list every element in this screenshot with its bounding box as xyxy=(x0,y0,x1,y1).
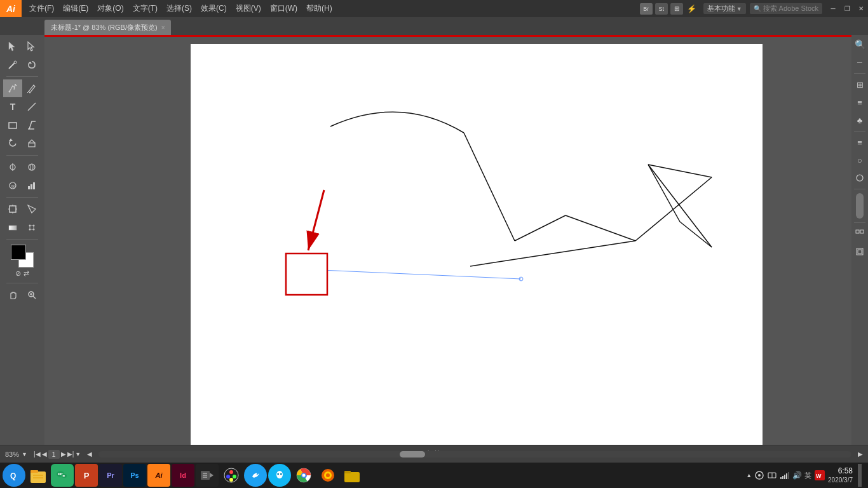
lasso-tool[interactable] xyxy=(22,56,41,74)
taskbar-icon-indesign[interactable]: Id xyxy=(172,464,194,487)
taskbar-icon-colorful[interactable] xyxy=(220,464,243,487)
menu-select[interactable]: 选择(S) xyxy=(163,2,196,15)
menu-file[interactable]: 文件(F) xyxy=(25,2,58,15)
gradient-tool[interactable] xyxy=(3,219,22,236)
symbol-tool[interactable]: % xyxy=(3,177,22,194)
wps-icon[interactable]: W xyxy=(814,470,825,481)
svg-line-40 xyxy=(307,269,521,279)
eraser-tool[interactable] xyxy=(22,135,41,152)
tray-arrow[interactable]: ▲ xyxy=(746,472,752,478)
menu-edit[interactable]: 编辑(E) xyxy=(59,2,92,15)
svg-point-82 xyxy=(280,473,281,474)
taskbar-icon-photoshop[interactable]: Ps xyxy=(123,464,146,487)
menu-text[interactable]: 文字(T) xyxy=(129,2,161,15)
taskbar-icon-video[interactable] xyxy=(196,464,219,487)
last-page-button[interactable]: ▶| xyxy=(67,451,74,458)
menu-view[interactable]: 视图(V) xyxy=(232,2,265,15)
taskbar-icon-firefox[interactable] xyxy=(316,464,339,487)
taskbar-icon-bluebird[interactable] xyxy=(244,464,267,487)
svg-line-2 xyxy=(9,63,15,69)
taskbar-icon-wechat[interactable] xyxy=(51,464,74,487)
bridge-icon[interactable]: Br xyxy=(640,3,653,15)
panel-tool-clubs[interactable]: ♣ xyxy=(853,113,867,127)
zoom-out-panel[interactable]: ─ xyxy=(853,55,867,69)
pencil-tool[interactable] xyxy=(22,79,41,97)
magic-wand-tool[interactable] xyxy=(3,56,22,74)
taskbar-icon-explorer[interactable] xyxy=(27,464,50,487)
svg-rect-90 xyxy=(344,472,360,482)
canvas-area[interactable] xyxy=(44,35,851,445)
tab-close-button[interactable]: × xyxy=(161,24,165,31)
line-tool[interactable] xyxy=(22,98,41,116)
panel-slider[interactable] xyxy=(856,193,864,219)
direct-selection-tool[interactable] xyxy=(22,37,41,55)
svg-point-73 xyxy=(233,475,236,478)
page-dropdown-icon[interactable]: ▼ xyxy=(75,451,81,458)
no-color-icon[interactable]: ⊘ xyxy=(15,269,21,278)
color-swatches[interactable] xyxy=(11,245,34,268)
workspace-selector[interactable]: 基本功能 ▼ xyxy=(703,3,746,14)
svg-rect-97 xyxy=(782,476,783,479)
taskbar-icon-folder[interactable] xyxy=(341,464,363,487)
workspace-layout-icon[interactable]: ⊞ xyxy=(670,3,683,15)
menu-object[interactable]: 对象(O) xyxy=(93,2,127,15)
minimize-button[interactable]: ─ xyxy=(826,0,840,17)
svg-rect-56 xyxy=(33,477,43,478)
right-separator-4 xyxy=(854,222,865,223)
scrollbar-track[interactable] xyxy=(98,451,851,458)
panel-tool-4[interactable]: ○ xyxy=(853,153,867,167)
panel-tool-3[interactable]: ≡ xyxy=(853,135,867,149)
volume-icon[interactable]: 🔊 xyxy=(792,471,802,480)
slice-tool[interactable] xyxy=(22,200,41,218)
svg-point-5 xyxy=(9,91,11,93)
next-page-button[interactable]: ▶ xyxy=(61,451,66,458)
hand-tool[interactable] xyxy=(3,286,22,304)
show-desktop-button[interactable] xyxy=(858,464,862,487)
svg-point-6 xyxy=(15,84,16,85)
zoom-in-panel[interactable]: 🔍 xyxy=(853,37,867,51)
panel-tool-7[interactable] xyxy=(853,245,867,259)
scroll-left-button[interactable]: ◀ xyxy=(87,451,92,458)
prev-page-button[interactable]: ◀ xyxy=(42,451,47,458)
pen-tool[interactable] xyxy=(3,79,22,97)
taskbar-icon-qihoo[interactable]: Q xyxy=(3,464,25,487)
zoom-dropdown-icon[interactable]: ▼ xyxy=(22,451,27,458)
close-button[interactable]: ✕ xyxy=(854,0,868,17)
shear-tool[interactable] xyxy=(22,116,41,134)
selection-tool[interactable] xyxy=(3,37,22,55)
scroll-area: ◀ ▶ xyxy=(87,451,863,458)
search-box[interactable]: 🔍 搜索 Adobe Stock xyxy=(750,3,822,14)
transform-tool[interactable] xyxy=(22,158,41,176)
panel-tool-2[interactable]: ≡ xyxy=(853,95,867,109)
first-page-button[interactable]: |◀ xyxy=(34,451,41,458)
restore-button[interactable]: ❐ xyxy=(840,0,854,17)
menu-help[interactable]: 帮助(H) xyxy=(302,2,336,15)
swap-colors-icon[interactable]: ⇄ xyxy=(24,269,29,278)
document-tab[interactable]: 未标题-1* @ 83% (RGB/像素预览) × xyxy=(44,20,171,35)
taskbar-icon-premiere[interactable]: Pr xyxy=(99,464,122,487)
sync-icon[interactable]: ⚡ xyxy=(686,3,698,15)
taskbar-icon-illustrator[interactable]: Ai xyxy=(147,464,170,487)
artboard-tool[interactable] xyxy=(3,200,22,218)
taskbar-icon-chrome[interactable] xyxy=(292,464,315,487)
width-tool[interactable] xyxy=(3,158,22,176)
zoom-tool[interactable] xyxy=(22,286,41,304)
taskbar-icon-qq[interactable] xyxy=(268,464,291,487)
taskbar-icon-powerpoint[interactable]: P xyxy=(75,464,98,487)
scrollbar-thumb[interactable] xyxy=(400,451,425,458)
mesh-tool[interactable] xyxy=(22,219,41,236)
foreground-color[interactable] xyxy=(11,245,26,260)
scroll-right-button[interactable]: ▶ xyxy=(858,451,863,458)
menu-effect[interactable]: 效果(C) xyxy=(197,2,231,15)
artboard[interactable] xyxy=(191,44,763,445)
panel-tool-5[interactable] xyxy=(853,171,867,185)
panel-tool-6[interactable] xyxy=(853,227,867,241)
graph-tool[interactable] xyxy=(22,177,41,194)
type-tool[interactable]: T xyxy=(3,98,22,116)
rectangle-tool[interactable] xyxy=(3,116,22,134)
stock-icon[interactable]: St xyxy=(655,3,668,15)
menu-window[interactable]: 窗口(W) xyxy=(266,2,301,15)
panel-tool-1[interactable]: ⊞ xyxy=(853,78,867,92)
rotate-tool[interactable] xyxy=(3,135,22,152)
svg-point-15 xyxy=(29,164,35,170)
